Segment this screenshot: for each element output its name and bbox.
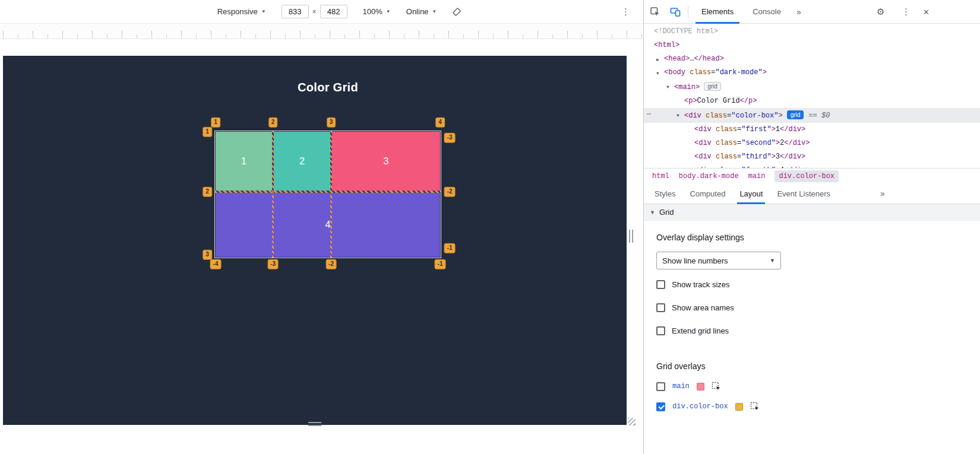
dom-token-tag: </div> bbox=[784, 166, 810, 168]
viewport-resize-handle-bottom[interactable] bbox=[308, 422, 321, 426]
network-throttle-select[interactable]: Online ▼ bbox=[406, 7, 437, 16]
breadcrumb-item-main[interactable]: main bbox=[748, 172, 766, 180]
grid-overlay-row-main: main bbox=[656, 382, 980, 391]
dom-tree-row[interactable]: <div class="first">1</div> bbox=[644, 123, 980, 136]
color-box-4: 4 bbox=[216, 193, 440, 257]
layout-pane: Overlay display settings Show line numbe… bbox=[644, 221, 980, 411]
dom-token-tag: <div bbox=[694, 153, 716, 161]
device-toolbar: Responsive ▼ × 100% ▼ Online ▼ bbox=[0, 0, 643, 24]
tab-console[interactable]: Console bbox=[743, 0, 791, 24]
devtools-menu-icon[interactable]: ⋮ bbox=[902, 0, 911, 24]
zoom-select[interactable]: 100% ▼ bbox=[363, 7, 391, 16]
zoom-value: 100% bbox=[363, 7, 382, 16]
grid-line-number: 4 bbox=[435, 118, 445, 128]
dom-tree: <!DOCTYPE html><html>▶<head>…</head>▼<bo… bbox=[644, 24, 980, 168]
dom-token-attr: class bbox=[716, 166, 737, 168]
tab-elements[interactable]: Elements bbox=[692, 0, 743, 24]
line-numbers-dropdown[interactable]: Show line numbers ▼ bbox=[656, 252, 781, 269]
grid-section-header[interactable]: ▼ Grid bbox=[644, 204, 980, 221]
dom-token-str: "fourth" bbox=[741, 166, 776, 168]
dom-tree-row[interactable]: ▶<head>…</head> bbox=[644, 52, 980, 66]
grid-line-number: -3 bbox=[444, 133, 456, 143]
dom-token-tag: </div> bbox=[780, 153, 805, 161]
show-track-sizes-checkbox[interactable] bbox=[656, 280, 665, 289]
reveal-element-icon[interactable] bbox=[712, 382, 721, 391]
tab-layout[interactable]: Layout bbox=[732, 183, 770, 204]
overlay-settings-title: Overlay display settings bbox=[656, 233, 980, 242]
device-toolbar-menu-icon[interactable]: ⋮ bbox=[621, 0, 630, 24]
close-devtools-icon[interactable]: ✕ bbox=[923, 0, 930, 24]
collapse-arrow-icon[interactable]: ▼ bbox=[666, 80, 669, 94]
devtools-tabbar: Elements Console » ⚙ ⋮ ✕ bbox=[644, 0, 980, 24]
expand-arrow-icon[interactable]: ▶ bbox=[656, 53, 659, 66]
inspect-element-icon[interactable] bbox=[646, 3, 664, 21]
dom-tree-row[interactable]: <div class="fourth">4</div> bbox=[644, 164, 980, 168]
dom-token-tag: <div bbox=[694, 125, 716, 134]
dom-tree-row[interactable]: ▼<main>grid bbox=[644, 80, 980, 94]
viewport-resize-handle-corner[interactable] bbox=[628, 418, 636, 426]
grid-line-number: 3 bbox=[327, 118, 336, 128]
more-tabs-icon[interactable]: » bbox=[791, 7, 807, 17]
show-track-sizes-label[interactable]: Show track sizes bbox=[672, 280, 730, 289]
dom-token-tag: <main> bbox=[674, 83, 700, 91]
more-tabs-icon[interactable]: » bbox=[880, 189, 885, 198]
dom-token-tag: <div bbox=[684, 112, 706, 120]
breadcrumb-item-color-box[interactable]: div.color-box bbox=[774, 170, 839, 182]
dom-token-tag: <div bbox=[694, 166, 716, 168]
dom-token-attr: class bbox=[690, 68, 711, 77]
overlay-color-swatch-main bbox=[697, 383, 704, 390]
page-title: Color Grid bbox=[216, 81, 440, 94]
tab-styles[interactable]: Styles bbox=[647, 183, 682, 204]
extend-grid-lines-checkbox[interactable] bbox=[656, 326, 665, 335]
overlay-label-main[interactable]: main bbox=[672, 382, 690, 390]
dom-token-attr: class bbox=[706, 112, 727, 120]
dom-token-str: "dark-mode" bbox=[715, 68, 762, 77]
dom-tree-row[interactable]: <div class="third">3</div> bbox=[644, 150, 980, 164]
dom-token-tag: > bbox=[772, 125, 776, 134]
grid-line-number: -1 bbox=[444, 243, 456, 253]
color-box-1: 1 bbox=[216, 132, 272, 191]
overlay-checkbox-main[interactable] bbox=[656, 382, 665, 391]
breadcrumb-item-body[interactable]: body.dark-mode bbox=[679, 172, 739, 180]
grid-line-number: -3 bbox=[267, 259, 279, 269]
tab-computed[interactable]: Computed bbox=[682, 183, 732, 204]
viewport-width-input[interactable] bbox=[282, 5, 309, 18]
chevron-down-icon: ▼ bbox=[386, 9, 391, 14]
dom-token-str: "first" bbox=[741, 125, 771, 134]
color-grid: 1234 bbox=[216, 132, 440, 257]
show-area-names-checkbox[interactable] bbox=[656, 303, 665, 312]
dom-tree-row[interactable]: <!DOCTYPE html> bbox=[644, 25, 980, 39]
breadcrumb-item-html[interactable]: html bbox=[652, 172, 669, 180]
node-menu-icon[interactable]: ⋯ bbox=[647, 108, 650, 122]
dom-tree-row[interactable]: <div class="second">2</div> bbox=[644, 136, 980, 150]
grid-line-number: 2 bbox=[203, 187, 212, 197]
overlay-label-colorbox[interactable]: div.color-box bbox=[672, 402, 728, 411]
device-mode-select[interactable]: Responsive ▼ bbox=[217, 7, 266, 16]
setting-row-track-sizes: Show track sizes bbox=[656, 280, 980, 289]
viewport-resize-handle-right[interactable] bbox=[629, 230, 633, 243]
dom-tree-row[interactable]: ⋯▼<div class="color-box">grid== $0 bbox=[644, 108, 980, 123]
dom-token-attr: class bbox=[716, 125, 737, 134]
reveal-element-icon[interactable] bbox=[750, 402, 760, 411]
extend-grid-lines-label[interactable]: Extend grid lines bbox=[672, 326, 729, 335]
collapse-arrow-icon[interactable]: ▼ bbox=[656, 66, 659, 80]
color-box-3: 3 bbox=[332, 132, 440, 191]
line-numbers-dropdown-value: Show line numbers bbox=[662, 256, 728, 265]
setting-row-extend-lines: Extend grid lines bbox=[656, 326, 980, 335]
show-area-names-label[interactable]: Show area names bbox=[672, 303, 734, 312]
dom-token-badgeActive: grid bbox=[787, 110, 804, 119]
dom-token-text: Color Grid bbox=[697, 97, 740, 105]
dom-tree-row[interactable]: <p>Color Grid</p> bbox=[644, 94, 980, 108]
collapse-arrow-icon[interactable]: ▼ bbox=[676, 109, 679, 122]
dom-tree-row[interactable]: ▼<body class="dark-mode"> bbox=[644, 66, 980, 80]
tab-event-listeners[interactable]: Event Listeners bbox=[770, 183, 837, 204]
grid-line-number: -2 bbox=[444, 187, 456, 197]
rotate-device-icon[interactable] bbox=[452, 7, 461, 17]
overlay-checkbox-colorbox[interactable] bbox=[656, 402, 665, 411]
viewport-height-input[interactable] bbox=[320, 5, 347, 18]
settings-gear-icon[interactable]: ⚙ bbox=[877, 0, 884, 24]
dom-token-str: "second" bbox=[741, 139, 776, 147]
device-toolbar-toggle-icon[interactable] bbox=[666, 3, 684, 21]
dom-tree-row[interactable]: <html> bbox=[644, 39, 980, 52]
emulated-page-viewport: Color Grid 1234 1234-4-3-2-1123-3-2-1 bbox=[3, 56, 627, 425]
